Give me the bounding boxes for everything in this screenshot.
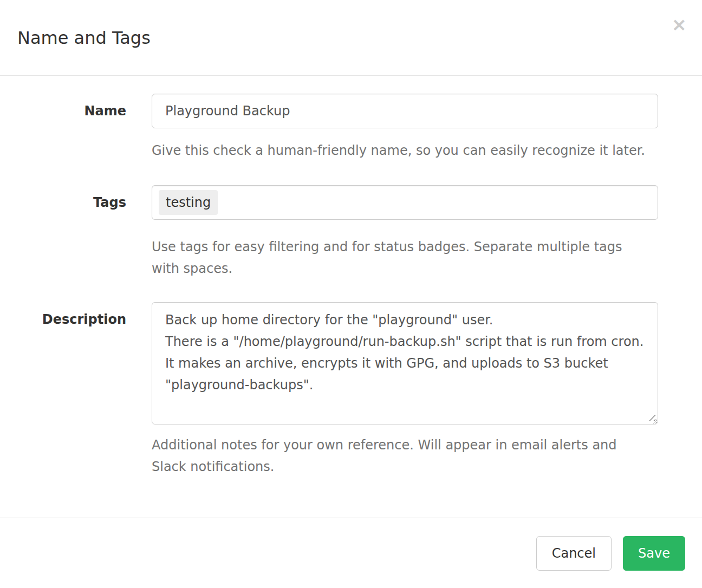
tags-field-group: Tags testing Use tags for easy filtering…	[0, 185, 658, 279]
close-icon[interactable]: ×	[672, 15, 687, 34]
cancel-button[interactable]: Cancel	[536, 536, 612, 571]
tags-input[interactable]: testing	[152, 185, 658, 220]
name-label: Name	[0, 94, 152, 161]
tags-help: Use tags for easy filtering and for stat…	[152, 236, 658, 279]
modal-footer: Cancel Save	[0, 518, 702, 587]
name-field-col: Give this check a human-friendly name, s…	[152, 94, 658, 161]
modal-title: Name and Tags	[17, 28, 151, 48]
description-textarea[interactable]: Back up home directory for the "playgrou…	[152, 302, 658, 424]
name-field-group: Name Give this check a human-friendly na…	[0, 94, 658, 161]
description-help: Additional notes for your own reference.…	[152, 434, 658, 478]
description-help-line-1: Additional notes for your own reference.…	[152, 434, 658, 456]
modal-header: Name and Tags ×	[0, 0, 702, 76]
description-help-line-2: Slack notifications.	[152, 456, 658, 478]
modal-body: Name Give this check a human-friendly na…	[0, 76, 702, 518]
name-help: Give this check a human-friendly name, s…	[152, 140, 658, 161]
description-field-col: Back up home directory for the "playgrou…	[152, 302, 658, 478]
name-help-text: Give this check a human-friendly name, s…	[152, 140, 658, 161]
save-button[interactable]: Save	[623, 536, 685, 571]
tags-label: Tags	[0, 185, 152, 279]
name-input[interactable]	[152, 94, 658, 128]
tag-token[interactable]: testing	[159, 190, 218, 215]
name-and-tags-modal: Name and Tags × Name Give this check a h…	[0, 0, 702, 587]
tags-help-line-1: Use tags for easy filtering and for stat…	[152, 236, 658, 258]
description-field-group: Description Back up home directory for t…	[0, 302, 658, 478]
tags-help-line-2: with spaces.	[152, 258, 658, 279]
tags-field-col: testing Use tags for easy filtering and …	[152, 185, 658, 279]
description-textarea-wrap: Back up home directory for the "playgrou…	[152, 302, 658, 424]
description-label: Description	[0, 302, 152, 478]
